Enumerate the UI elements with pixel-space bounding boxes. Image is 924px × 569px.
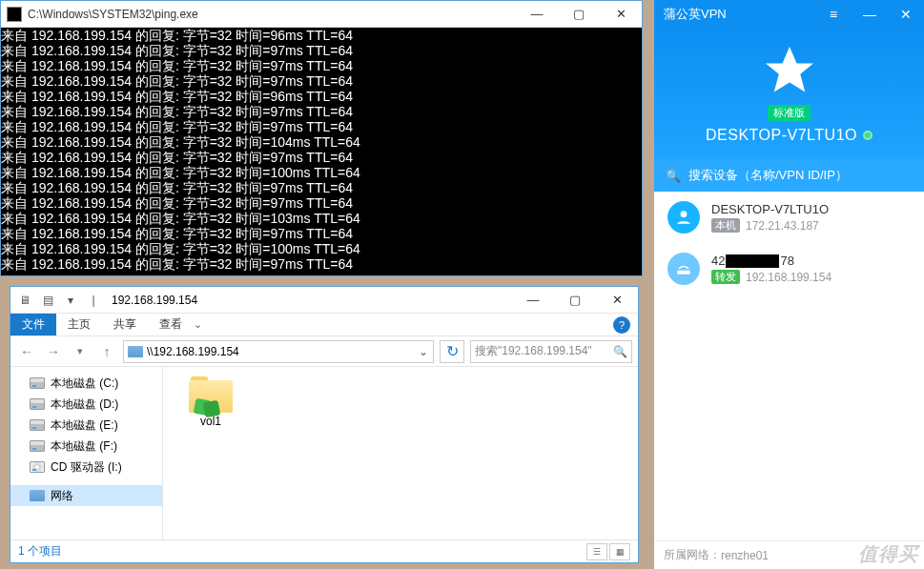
- watermark: 值得买: [858, 541, 918, 567]
- vpn-panel: 蒲公英VPN ≡ — ✕ 标准版 DESKTOP-V7LTU1O 🔍 搜索设备（…: [654, 0, 924, 569]
- cmd-icon: [7, 7, 22, 22]
- qat-sep: |: [85, 292, 102, 309]
- svg-marker-0: [766, 47, 813, 92]
- minimize-button[interactable]: —: [852, 0, 888, 29]
- tree-node[interactable]: 网络: [10, 485, 162, 506]
- edition-badge: 标准版: [768, 105, 811, 121]
- svg-point-1: [681, 211, 688, 217]
- tab-share[interactable]: 共享: [102, 314, 148, 335]
- disk-icon: [30, 440, 45, 452]
- device-row[interactable]: DESKTOP-V7LTU1O本机172.21.43.187: [654, 192, 924, 243]
- share-folder-icon: [189, 376, 233, 413]
- tree-label: 本地磁盘 (C:): [51, 376, 118, 392]
- maximize-button[interactable]: ▢: [558, 1, 600, 27]
- cmd-title-text: C:\Windows\SYSTEM32\ping.exe: [28, 8, 516, 21]
- footer-network: renzhe01: [721, 549, 769, 562]
- close-button[interactable]: ✕: [600, 1, 642, 27]
- details-view-button[interactable]: ☰: [586, 543, 607, 560]
- minimize-button[interactable]: —: [512, 287, 554, 313]
- vpn-titlebar[interactable]: 蒲公英VPN ≡ — ✕: [654, 0, 924, 29]
- qat-props-icon[interactable]: ▤: [39, 292, 56, 309]
- device-row[interactable]: 4278转发192.168.199.154: [654, 243, 924, 295]
- disk-icon: [30, 419, 45, 431]
- forward-button[interactable]: →: [43, 341, 64, 362]
- cmd-output: 来自 192.168.199.154 的回复: 字节=32 时间=96ms TT…: [1, 28, 642, 275]
- tree-node[interactable]: 本地磁盘 (D:): [10, 394, 162, 415]
- tab-home[interactable]: 主页: [56, 314, 102, 335]
- hostname: DESKTOP-V7LTU1O: [706, 127, 873, 144]
- recent-dropdown[interactable]: ▾: [70, 341, 91, 362]
- cmd-window: C:\Windows\SYSTEM32\ping.exe — ▢ ✕ 来自 19…: [0, 0, 643, 276]
- close-button[interactable]: ✕: [596, 287, 638, 313]
- device-search[interactable]: 🔍 搜索设备（名称/VPN ID/IP）: [654, 159, 924, 192]
- network-icon: [128, 346, 143, 357]
- footer-label: 所属网络：: [664, 547, 721, 563]
- ribbon-expand-icon[interactable]: ⌄: [194, 318, 202, 331]
- address-dropdown-icon[interactable]: ⌄: [414, 345, 433, 358]
- router-icon: [667, 253, 700, 285]
- tree-node[interactable]: CD 驱动器 (I:): [10, 457, 162, 478]
- nav-tree[interactable]: 本地磁盘 (C:)本地磁盘 (D:)本地磁盘 (E:)本地磁盘 (F:)CD 驱…: [10, 367, 163, 539]
- explorer-window: 🖥 ▤ ▾ | 192.168.199.154 — ▢ ✕ 文件 主页 共享 查…: [10, 286, 639, 563]
- qat-dropdown-icon[interactable]: ▾: [62, 292, 79, 309]
- tree-node[interactable]: 本地磁盘 (C:): [10, 373, 162, 394]
- tree-label: 本地磁盘 (E:): [51, 417, 118, 434]
- svg-rect-2: [677, 271, 689, 274]
- address-bar-row: ← → ▾ ↑ \\192.168.199.154 ⌄ ↻ 搜索"192.168…: [10, 336, 638, 367]
- tree-node[interactable]: 本地磁盘 (F:): [10, 436, 162, 457]
- tree-label: 网络: [51, 488, 73, 504]
- tree-node[interactable]: 本地磁盘 (E:): [10, 415, 162, 436]
- disk-icon: [30, 398, 45, 410]
- online-status-icon: [863, 131, 873, 140]
- menu-button[interactable]: ≡: [815, 0, 852, 29]
- device-tag: 本机: [711, 218, 740, 233]
- search-placeholder: 搜索"192.168.199.154": [475, 343, 592, 359]
- vpn-hero: 标准版 DESKTOP-V7LTU1O: [654, 29, 924, 159]
- device-name: DESKTOP-V7LTU1O: [711, 202, 911, 216]
- item-count: 1 个项目: [18, 543, 62, 559]
- device-tag: 转发: [711, 270, 740, 284]
- content-pane[interactable]: vol1: [163, 367, 638, 539]
- pc-icon: [667, 201, 700, 234]
- search-icon: 🔍: [666, 169, 681, 183]
- back-button[interactable]: ←: [16, 341, 37, 362]
- vpn-title-text: 蒲公英VPN: [664, 6, 815, 23]
- address-text: \\192.168.199.154: [147, 345, 414, 358]
- help-icon[interactable]: ?: [613, 316, 630, 334]
- tab-view[interactable]: 查看: [148, 314, 194, 335]
- cd-icon: [30, 461, 45, 473]
- device-list: DESKTOP-V7LTU1O本机172.21.43.1874278转发192.…: [654, 192, 924, 540]
- device-ip: 172.21.43.187: [746, 219, 819, 233]
- search-input[interactable]: 搜索"192.168.199.154" 🔍: [470, 340, 632, 363]
- cmd-titlebar[interactable]: C:\Windows\SYSTEM32\ping.exe — ▢ ✕: [1, 1, 642, 28]
- tree-label: 本地磁盘 (F:): [51, 438, 117, 455]
- net-icon: [30, 490, 45, 501]
- address-bar[interactable]: \\192.168.199.154 ⌄: [123, 340, 434, 363]
- refresh-button[interactable]: ↻: [440, 340, 464, 363]
- explorer-title-text: 192.168.199.154: [108, 294, 512, 307]
- explorer-titlebar[interactable]: 🖥 ▤ ▾ | 192.168.199.154 — ▢ ✕: [10, 287, 638, 314]
- tree-label: 本地磁盘 (D:): [51, 396, 118, 413]
- ribbon: 文件 主页 共享 查看 ⌄ ?: [10, 314, 638, 336]
- tree-label: CD 驱动器 (I:): [51, 459, 122, 476]
- device-ip: 192.168.199.154: [746, 271, 832, 284]
- close-button[interactable]: ✕: [888, 0, 924, 29]
- search-icon: 🔍: [613, 345, 627, 358]
- maximize-button[interactable]: ▢: [554, 287, 596, 313]
- up-button[interactable]: ↑: [96, 341, 117, 362]
- star-icon: [761, 42, 818, 99]
- folder-item[interactable]: vol1: [173, 376, 249, 428]
- status-bar: 1 个项目 ☰ ▦: [10, 539, 638, 562]
- minimize-button[interactable]: —: [516, 1, 558, 27]
- disk-icon: [30, 377, 45, 389]
- icons-view-button[interactable]: ▦: [609, 543, 630, 560]
- search-placeholder: 搜索设备（名称/VPN ID/IP）: [688, 167, 848, 184]
- device-name: 4278: [711, 254, 911, 269]
- tab-file[interactable]: 文件: [10, 314, 56, 335]
- explorer-icon: 🖥: [16, 292, 33, 309]
